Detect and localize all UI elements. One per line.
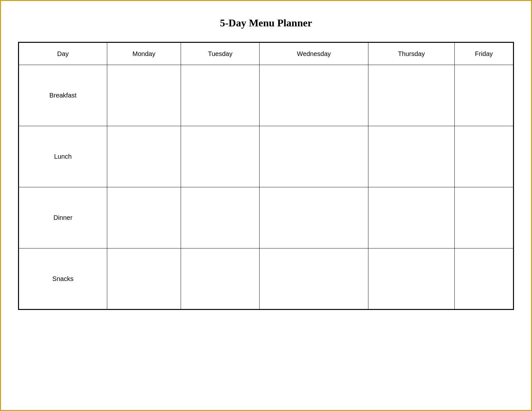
cell-breakfast-wednesday[interactable] [260, 65, 368, 126]
menu-planner-table: Day Monday Tuesday Wednesday Thursday Fr… [18, 42, 514, 310]
cell-lunch-friday[interactable] [455, 126, 514, 187]
page-title: 5-Day Menu Planner [220, 17, 312, 29]
row-snacks: Snacks [19, 248, 514, 310]
cell-breakfast-monday[interactable] [107, 65, 181, 126]
cell-lunch-thursday[interactable] [368, 126, 455, 187]
cell-snacks-tuesday[interactable] [181, 248, 260, 310]
cell-dinner-tuesday[interactable] [181, 187, 260, 248]
col-tuesday: Tuesday [181, 42, 260, 65]
cell-snacks-wednesday[interactable] [260, 248, 368, 310]
col-thursday: Thursday [368, 42, 455, 65]
label-snacks: Snacks [19, 248, 107, 310]
label-dinner: Dinner [19, 187, 107, 248]
cell-snacks-thursday[interactable] [368, 248, 455, 310]
cell-snacks-monday[interactable] [107, 248, 181, 310]
cell-lunch-tuesday[interactable] [181, 126, 260, 187]
col-wednesday: Wednesday [260, 42, 368, 65]
header-row: Day Monday Tuesday Wednesday Thursday Fr… [19, 42, 514, 65]
cell-lunch-wednesday[interactable] [260, 126, 368, 187]
cell-breakfast-tuesday[interactable] [181, 65, 260, 126]
cell-dinner-friday[interactable] [455, 187, 514, 248]
cell-breakfast-friday[interactable] [455, 65, 514, 126]
cell-dinner-thursday[interactable] [368, 187, 455, 248]
cell-dinner-wednesday[interactable] [260, 187, 368, 248]
col-monday: Monday [107, 42, 181, 65]
cell-breakfast-thursday[interactable] [368, 65, 455, 126]
row-lunch: Lunch [19, 126, 514, 187]
row-dinner: Dinner [19, 187, 514, 248]
label-breakfast: Breakfast [19, 65, 107, 126]
cell-dinner-monday[interactable] [107, 187, 181, 248]
label-lunch: Lunch [19, 126, 107, 187]
col-friday: Friday [455, 42, 514, 65]
cell-lunch-monday[interactable] [107, 126, 181, 187]
cell-snacks-friday[interactable] [455, 248, 514, 310]
row-breakfast: Breakfast [19, 65, 514, 126]
col-day: Day [19, 42, 107, 65]
